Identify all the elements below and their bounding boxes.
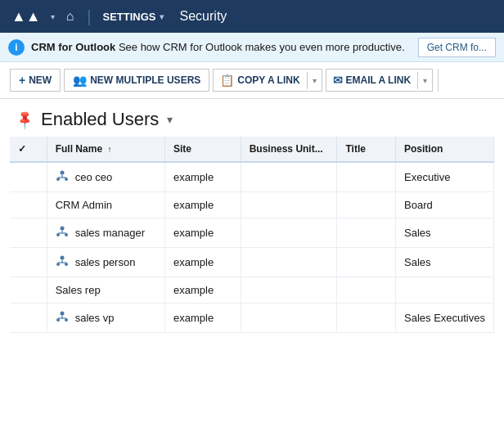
new-button-label: NEW — [29, 74, 52, 86]
col-title-label: Title — [345, 143, 365, 155]
row-title-cell — [337, 218, 396, 248]
row-site-cell: example — [165, 192, 241, 218]
copy-link-label: COPY A LINK — [237, 74, 299, 86]
row-site-cell: example — [165, 218, 241, 248]
row-position-cell: Executive — [396, 162, 494, 192]
row-check-cell[interactable] — [10, 192, 47, 218]
row-name-cell: CRM Admin — [47, 192, 164, 218]
table-row[interactable]: sales managerexampleSales — [10, 218, 494, 248]
sort-asc-icon: ↑ — [107, 145, 111, 154]
row-business-unit-cell — [241, 218, 337, 248]
email-link-dropdown-icon[interactable]: ▾ — [417, 72, 432, 89]
row-name-cell: ceo ceo — [47, 162, 164, 192]
row-business-unit-cell — [241, 248, 337, 277]
users-icon: 👥 — [73, 74, 87, 87]
email-link-label: EMAIL A LINK — [346, 74, 412, 86]
row-title-cell — [337, 277, 396, 304]
row-name-cell: Sales rep — [47, 277, 164, 304]
row-title-cell — [337, 162, 396, 192]
notification-text: CRM for Outlook See how CRM for Outlook … — [31, 41, 412, 53]
app-logo[interactable]: ▲▲ — [7, 8, 46, 25]
col-header-site[interactable]: Site — [165, 137, 241, 162]
new-multiple-users-label: NEW MULTIPLE USERS — [90, 74, 200, 86]
security-nav-label: Security — [172, 9, 236, 24]
row-check-cell[interactable] — [10, 248, 47, 277]
col-header-check[interactable]: ✓ — [10, 137, 47, 162]
row-position-cell — [396, 277, 494, 304]
toolbar-divider — [438, 69, 439, 92]
checkmark-icon: ✓ — [18, 143, 26, 155]
row-business-unit-cell — [241, 162, 337, 192]
col-position-label: Position — [404, 143, 443, 155]
svg-point-2 — [65, 178, 68, 181]
users-table: ✓ Full Name ↑ Site Business Unit... Titl… — [10, 137, 494, 333]
table-header-row: ✓ Full Name ↑ Site Business Unit... Titl… — [10, 137, 494, 162]
info-icon: i — [8, 39, 25, 56]
row-check-cell[interactable] — [10, 218, 47, 248]
nav-divider: | — [83, 7, 94, 26]
settings-nav[interactable]: SETTINGS ▾ — [98, 11, 169, 23]
svg-point-1 — [56, 178, 60, 181]
user-hierarchy-icon — [56, 225, 69, 241]
row-business-unit-cell — [241, 277, 337, 304]
col-header-position[interactable]: Position — [396, 137, 494, 162]
table-row[interactable]: CRM AdminexampleBoard — [10, 192, 494, 218]
row-position-cell: Board — [396, 192, 494, 218]
row-name-text: ceo ceo — [75, 171, 113, 183]
row-name-text: sales vp — [75, 312, 115, 324]
table-row[interactable]: sales vpexampleSales Executives — [10, 304, 494, 333]
col-header-business-unit[interactable]: Business Unit... — [241, 137, 337, 162]
svg-point-7 — [56, 233, 60, 236]
table-wrapper: ✓ Full Name ↑ Site Business Unit... Titl… — [0, 137, 504, 333]
svg-point-14 — [65, 263, 68, 266]
row-check-cell[interactable] — [10, 162, 47, 192]
top-nav: ▲▲ ▾ ⌂ | SETTINGS ▾ Security — [0, 0, 504, 33]
svg-point-0 — [60, 171, 64, 175]
get-crm-button[interactable]: Get CRM fo... — [418, 38, 496, 57]
row-name-text: sales person — [75, 256, 136, 268]
row-name-text: CRM Admin — [56, 199, 112, 211]
col-site-label: Site — [173, 143, 191, 155]
copy-link-dropdown-icon[interactable]: ▾ — [307, 72, 322, 89]
row-name-cell: sales person — [47, 248, 164, 277]
copy-link-main[interactable]: 📋 COPY A LINK — [214, 70, 306, 91]
col-header-title[interactable]: Title — [337, 137, 396, 162]
svg-point-19 — [56, 318, 60, 322]
settings-chevron-icon: ▾ — [160, 12, 164, 21]
svg-point-18 — [60, 312, 64, 316]
svg-point-13 — [56, 263, 60, 266]
table-row[interactable]: ceo ceoexampleExecutive — [10, 162, 494, 192]
new-button[interactable]: + NEW — [10, 69, 61, 92]
email-link-main[interactable]: ✉ EMAIL A LINK — [326, 70, 418, 91]
user-hierarchy-icon — [56, 254, 69, 270]
svg-point-8 — [65, 233, 68, 236]
col-fullname-label: Full Name — [56, 143, 102, 155]
email-link-button[interactable]: ✉ EMAIL A LINK ▾ — [326, 69, 434, 92]
copy-link-button[interactable]: 📋 COPY A LINK ▾ — [213, 69, 322, 92]
row-check-cell[interactable] — [10, 304, 47, 333]
row-site-cell: example — [165, 277, 241, 304]
row-site-cell: example — [165, 162, 241, 192]
email-icon: ✉ — [333, 74, 343, 87]
plus-icon: + — [19, 74, 25, 87]
row-name-cell: sales manager — [47, 218, 164, 248]
row-check-cell[interactable] — [10, 277, 47, 304]
new-multiple-users-button[interactable]: 👥 NEW MULTIPLE USERS — [64, 69, 209, 92]
user-hierarchy-icon — [56, 310, 69, 326]
col-header-fullname[interactable]: Full Name ↑ — [47, 137, 164, 162]
user-hierarchy-icon — [56, 169, 69, 185]
toolbar: + NEW 👥 NEW MULTIPLE USERS 📋 COPY A LINK… — [0, 62, 504, 99]
col-bu-label: Business Unit... — [250, 143, 323, 155]
row-business-unit-cell — [241, 192, 337, 218]
logo-dropdown-icon[interactable]: ▾ — [49, 12, 56, 21]
home-icon[interactable]: ⌂ — [60, 9, 81, 24]
table-row[interactable]: Sales repexample — [10, 277, 494, 304]
row-site-cell: example — [165, 304, 241, 333]
svg-point-12 — [60, 256, 64, 260]
row-name-text: sales manager — [75, 227, 145, 239]
row-site-cell: example — [165, 248, 241, 277]
table-row[interactable]: sales personexampleSales — [10, 248, 494, 277]
pin-icon: 📌 — [13, 108, 36, 131]
page-title-dropdown-icon[interactable]: ▾ — [167, 113, 173, 126]
row-business-unit-cell — [241, 304, 337, 333]
